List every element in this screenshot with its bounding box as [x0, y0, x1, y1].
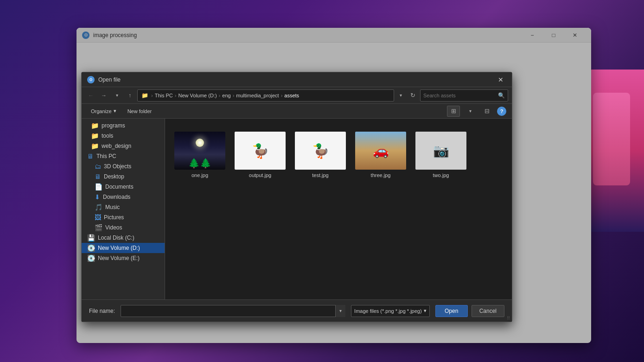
file-thumbnail-two: 📷	[415, 132, 466, 170]
sidebar-item-label: programs	[102, 122, 125, 129]
file-item-three[interactable]: 🚗 three.jpg	[355, 128, 406, 182]
breadcrumb-new-volume-d[interactable]: New Volume (D:)	[178, 93, 217, 98]
open-button[interactable]: Open	[435, 305, 468, 317]
preview-pane-button[interactable]: ⊟	[480, 106, 493, 117]
file-name-label: File name:	[89, 308, 115, 314]
organize-dropdown-icon: ▾	[114, 108, 116, 114]
view-icon-button[interactable]: ⊞	[447, 106, 460, 117]
sidebar-item-this-pc[interactable]: 🖥 This PC	[82, 151, 165, 161]
file-item-one[interactable]: one.jpg	[174, 128, 225, 182]
file-name-three: three.jpg	[371, 172, 391, 178]
sidebar-item-label: web_design	[102, 143, 131, 149]
organize-label: Organize	[91, 108, 112, 114]
sidebar-item-desktop[interactable]: 🖥 Desktop	[82, 171, 165, 182]
dialog-close-button[interactable]: ✕	[495, 75, 506, 84]
desktop-icon: 🖥	[95, 173, 101, 180]
sidebar-item-label: Documents	[105, 184, 134, 190]
breadcrumb-this-pc[interactable]: This PC	[155, 93, 173, 98]
bottom-bar: File name: ▾ Image files (*.png *.jpg *.…	[82, 299, 512, 322]
main-window: ⚙ image processing − □ ✕ ⚙ Open file ✕ ←…	[77, 28, 591, 343]
file-name-one: one.jpg	[191, 172, 208, 178]
file-thumbnail-output: 🦆	[235, 132, 286, 170]
sidebar-item-label: Desktop	[104, 173, 124, 180]
dialog-titlebar: ⚙ Open file ✕	[82, 72, 512, 87]
breadcrumb-root-icon: 📁	[141, 92, 148, 99]
dialog-icon: ⚙	[87, 76, 95, 83]
sidebar-item-web-design[interactable]: 📁 web_design	[82, 141, 165, 151]
resize-handle[interactable]: ⠿	[507, 316, 510, 321]
search-bar: 🔍	[420, 89, 508, 102]
file-name-test: test.jpg	[312, 172, 328, 178]
breadcrumb-assets[interactable]: assets	[284, 93, 299, 98]
sidebar-item-programs[interactable]: 📁 programs	[82, 121, 165, 131]
view-dropdown-button[interactable]: ▾	[464, 106, 477, 117]
search-icon: 🔍	[498, 92, 505, 99]
folder-icon: 📁	[91, 132, 99, 140]
thumbnail-image-output: 🦆	[235, 132, 286, 170]
file-thumbnail-one	[174, 132, 225, 170]
sidebar-item-local-disk-c[interactable]: 💾 Local Disk (C:)	[82, 233, 165, 243]
drive-icon: 💽	[87, 254, 95, 262]
new-folder-button[interactable]: New folder	[124, 106, 156, 117]
drive-icon: 💾	[87, 234, 95, 241]
thumbnail-image-three: 🚗	[355, 132, 406, 170]
sidebar-item-pictures[interactable]: 🖼 Pictures	[82, 212, 165, 222]
toolbar: Organize ▾ New folder ⊞ ▾ ⊟ ?	[82, 104, 512, 119]
breadcrumb-multimedia-project[interactable]: multimedia_project	[236, 93, 279, 98]
file-thumbnail-three: 🚗	[355, 132, 406, 170]
search-input[interactable]	[423, 93, 498, 98]
files-grid: one.jpg 🦆 output.jpg 🦆 test.jpg	[174, 128, 503, 182]
sidebar-item-new-volume-d[interactable]: 💽 New Volume (D:)	[82, 243, 165, 253]
3d-objects-icon: 🗂	[95, 163, 101, 170]
dialog-title: Open file	[98, 76, 495, 83]
file-name-input[interactable]	[121, 305, 345, 317]
recent-locations-button[interactable]: ▾	[111, 90, 122, 101]
computer-icon: 🖥	[87, 152, 94, 160]
sidebar-item-music[interactable]: 🎵 Music	[82, 202, 165, 212]
file-name-dropdown-button[interactable]: ▾	[335, 305, 345, 317]
thumbnail-image-one	[174, 132, 225, 170]
drive-icon: 💽	[87, 244, 95, 252]
forward-button[interactable]: →	[98, 90, 109, 101]
sidebar-item-label: This PC	[96, 153, 116, 159]
cancel-button[interactable]: Cancel	[472, 305, 504, 317]
file-name-two: two.jpg	[433, 172, 449, 178]
sidebar-item-label: 3D Objects	[104, 163, 131, 170]
sidebar-item-label: Downloads	[103, 194, 130, 200]
file-area: one.jpg 🦆 output.jpg 🦆 test.jpg	[165, 119, 512, 299]
up-button[interactable]: ↑	[124, 90, 135, 101]
sidebar-item-new-volume-e[interactable]: 💽 New Volume (E:)	[82, 253, 165, 263]
new-folder-label: New folder	[128, 108, 152, 114]
refresh-button[interactable]: ↻	[407, 90, 418, 101]
sidebar-item-label: tools	[102, 133, 113, 139]
back-button[interactable]: ←	[85, 90, 96, 101]
file-type-select[interactable]: Image files (*.png *.jpg *.jpeg) ▾	[351, 305, 430, 317]
bg-decoration-right2	[593, 93, 630, 185]
breadcrumb-dropdown-button[interactable]: ▾	[396, 89, 405, 102]
sidebar-item-documents[interactable]: 📄 Documents	[82, 182, 165, 192]
sidebar-item-label: New Volume (D:)	[98, 245, 140, 251]
sidebar-item-3d-objects[interactable]: 🗂 3D Objects	[82, 161, 165, 171]
documents-icon: 📄	[95, 183, 102, 191]
open-file-dialog: ⚙ Open file ✕ ← → ▾ ↑ 📁 › This PC › New …	[81, 72, 512, 322]
file-item-output[interactable]: 🦆 output.jpg	[235, 128, 286, 182]
sidebar-item-downloads[interactable]: ⬇ Downloads	[82, 192, 165, 202]
music-icon: 🎵	[95, 203, 102, 211]
file-item-two[interactable]: 📷 two.jpg	[415, 128, 466, 182]
thumbnail-image-two: 📷	[415, 132, 466, 170]
file-type-label: Image files (*.png *.jpg *.jpeg)	[354, 308, 422, 314]
breadcrumb-bar: 📁 › This PC › New Volume (D:) › eng › mu…	[137, 89, 394, 102]
sidebar-item-videos[interactable]: 🎬 Videos	[82, 222, 165, 233]
organize-button[interactable]: Organize ▾	[87, 106, 120, 117]
pictures-icon: 🖼	[95, 214, 101, 221]
file-item-test[interactable]: 🦆 test.jpg	[295, 128, 346, 182]
sidebar-item-label: New Volume (E:)	[98, 255, 140, 261]
breadcrumb-eng[interactable]: eng	[222, 93, 230, 98]
sidebar-item-tools[interactable]: 📁 tools	[82, 131, 165, 141]
sidebar-item-label: Videos	[105, 224, 122, 231]
file-type-dropdown-icon: ▾	[424, 308, 427, 314]
navigation-bar: ← → ▾ ↑ 📁 › This PC › New Volume (D:) › …	[82, 87, 512, 104]
help-button[interactable]: ?	[497, 107, 506, 116]
thumbnail-image-test: 🦆	[295, 132, 346, 170]
sidebar-item-label: Pictures	[104, 214, 124, 221]
